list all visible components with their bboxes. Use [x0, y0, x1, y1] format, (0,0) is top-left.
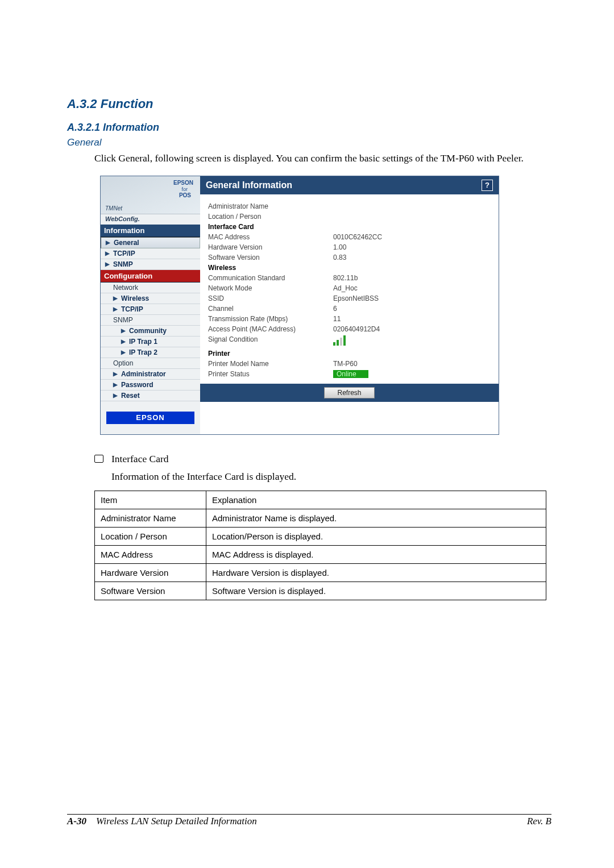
- status-badge: Online: [333, 370, 368, 378]
- arrow-icon: ▶: [113, 371, 118, 377]
- info-row: Software Version0.83: [208, 252, 491, 263]
- table-cell: Hardware Version is displayed.: [206, 563, 546, 582]
- info-value: 6: [333, 305, 491, 313]
- info-label: Hardware Version: [208, 243, 333, 251]
- logo-webconfig: WebConfig.: [101, 214, 200, 225]
- section-heading: A.3.2 Function: [67, 97, 551, 111]
- info-label: Signal Condition: [208, 335, 333, 347]
- info-label: Location / Person: [208, 213, 333, 221]
- arrow-icon: ▶: [121, 349, 126, 355]
- table-header: Explanation: [206, 491, 546, 509]
- info-label: Interface Card: [208, 223, 333, 231]
- arrow-icon: ▶: [106, 239, 110, 246]
- panel-body: Administrator Name Location / Person Int…: [200, 194, 499, 384]
- content-panel: General Information ? Administrator Name…: [200, 176, 499, 434]
- info-label: SSID: [208, 294, 333, 302]
- footer-revision: Rev. B: [527, 816, 551, 827]
- webconfig-screenshot: EPSON for POS TMNet WebConfig. Informati…: [100, 176, 499, 435]
- info-value: 0.83: [333, 254, 491, 261]
- info-label: Printer Status: [208, 370, 333, 378]
- sidebar: EPSON for POS TMNet WebConfig. Informati…: [101, 176, 200, 434]
- info-label: Administrator Name: [208, 202, 333, 210]
- help-icon[interactable]: ?: [482, 180, 493, 191]
- info-label: Printer Model Name: [208, 360, 333, 368]
- arrow-icon: ▶: [105, 250, 110, 256]
- nav-label: Administrator: [121, 370, 166, 378]
- refresh-button[interactable]: Refresh: [324, 387, 374, 398]
- info-label: Printer: [208, 350, 333, 358]
- nav-item-snmp[interactable]: ▶ SNMP: [101, 259, 200, 270]
- nav-label: TCP/IP: [121, 305, 143, 313]
- info-value: [333, 202, 491, 210]
- nav-item-tcpip[interactable]: ▶ TCP/IP: [101, 248, 200, 259]
- table-row: Software VersionSoftware Version is disp…: [95, 582, 546, 600]
- nav-label: Wireless: [121, 294, 149, 302]
- nav-label: Password: [121, 381, 154, 389]
- arrow-icon: ▶: [105, 261, 110, 267]
- nav-item-password[interactable]: ▶ Password: [101, 380, 200, 391]
- nav-label: General: [114, 239, 139, 247]
- info-group-heading: Wireless: [208, 263, 491, 273]
- table-row: Hardware VersionHardware Version is disp…: [95, 563, 546, 582]
- nav-label: TCP/IP: [113, 250, 135, 258]
- info-value: 1.00: [333, 243, 491, 251]
- info-row: Network ModeAd_Hoc: [208, 283, 491, 293]
- info-row: Location / Person: [208, 211, 491, 222]
- logo-brand: EPSON: [173, 180, 193, 186]
- subsection-heading: A.3.2.1 Information: [67, 122, 551, 134]
- info-value: 802.11b: [333, 274, 491, 282]
- info-value: [333, 213, 491, 221]
- table-cell: Administrator Name: [95, 509, 206, 527]
- topic-heading: General: [67, 137, 551, 148]
- nav-cat-information[interactable]: Information: [101, 225, 200, 237]
- table-header: Item: [95, 491, 206, 509]
- nav-item-administrator[interactable]: ▶ Administrator: [101, 369, 200, 380]
- arrow-icon: ▶: [121, 327, 126, 334]
- table-row: MAC AddressMAC Address is displayed.: [95, 545, 546, 563]
- nav-item-wireless[interactable]: ▶ Wireless: [101, 293, 200, 304]
- table-cell: Administrator Name is displayed.: [206, 509, 546, 527]
- epson-logo-button[interactable]: EPSON: [106, 412, 194, 424]
- table-cell: Software Version: [95, 582, 206, 600]
- nav-label: IP Trap 1: [129, 338, 157, 346]
- nav-item-general[interactable]: ▶ General: [101, 237, 200, 248]
- nav-item-iptrap2[interactable]: ▶ IP Trap 2: [101, 347, 200, 358]
- table-cell: MAC Address: [95, 545, 206, 563]
- bullet-description: Information of the Interface Card is dis…: [111, 471, 551, 483]
- signal-icon: [333, 335, 346, 346]
- nav-item-reset[interactable]: ▶ Reset: [101, 391, 200, 401]
- logo-area: EPSON for POS TMNet: [101, 176, 200, 214]
- nav-item-tcpip2[interactable]: ▶ TCP/IP: [101, 304, 200, 315]
- info-row: Transmission Rate (Mbps)11: [208, 314, 491, 324]
- info-value: Ad_Hoc: [333, 284, 491, 292]
- nav-item-snmp2: SNMP: [101, 315, 200, 326]
- info-label: Software Version: [208, 254, 333, 261]
- nav-label: IP Trap 2: [129, 348, 157, 356]
- bullet-icon: [94, 455, 103, 463]
- info-label: Network Mode: [208, 284, 333, 292]
- footer-title: Wireless LAN Setup Detailed Information: [96, 816, 257, 827]
- table-header-row: Item Explanation: [95, 491, 546, 509]
- table-row: Location / PersonLocation/Person is disp…: [95, 527, 546, 545]
- interface-card-table: Item Explanation Administrator NameAdmin…: [94, 491, 546, 600]
- nav-item-iptrap1[interactable]: ▶ IP Trap 1: [101, 337, 200, 347]
- info-label: Access Point (MAC Address): [208, 325, 333, 333]
- info-row: Administrator Name: [208, 201, 491, 211]
- info-row: Printer Model NameTM-P60: [208, 359, 491, 369]
- info-row: Printer StatusOnline: [208, 369, 491, 379]
- table-cell: Hardware Version: [95, 563, 206, 582]
- arrow-icon: ▶: [113, 392, 118, 398]
- nav-cat-configuration[interactable]: Configuration: [101, 270, 200, 283]
- panel-footer: Refresh: [200, 384, 499, 402]
- info-label: MAC Address: [208, 233, 333, 241]
- bullet-item: Interface Card: [94, 453, 551, 465]
- table-cell: MAC Address is displayed.: [206, 545, 546, 563]
- table-cell: Location/Person is displayed.: [206, 527, 546, 545]
- nav-item-community[interactable]: ▶ Community: [101, 326, 200, 337]
- info-row: Signal Condition: [208, 334, 491, 348]
- logo-pos: POS: [179, 192, 191, 198]
- table-cell: Software Version is displayed.: [206, 582, 546, 600]
- table-row: Administrator NameAdministrator Name is …: [95, 509, 546, 527]
- info-row: SSIDEpsonNetIBSS: [208, 293, 491, 304]
- status-value: Online: [333, 370, 491, 378]
